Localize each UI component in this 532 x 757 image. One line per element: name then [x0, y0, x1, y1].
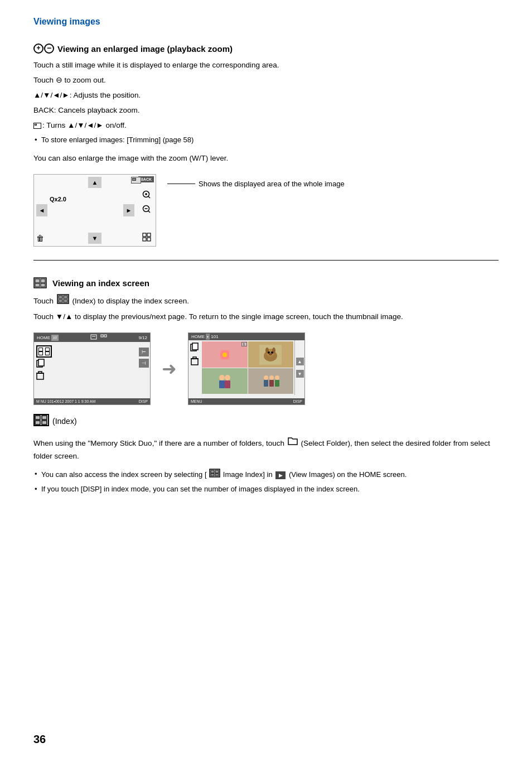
bottom-left-text: M NU 101•0012 2007 1 1 9:30 AM — [36, 399, 95, 403]
svg-rect-13 — [41, 279, 45, 283]
bullet-trimming: To store enlarged images: [Trimming] (pa… — [41, 134, 499, 146]
section-divider — [33, 260, 499, 261]
extra-text: You can also enlarge the image with the … — [33, 152, 499, 165]
svg-rect-57 — [264, 380, 268, 387]
left-screen-bottombar: M NU 101•0012 2007 1 1 9:30 AM DISP — [34, 398, 150, 404]
sidebar-down-btn: ▼ — [296, 370, 304, 378]
body-line-3: ▲/▼/◄/►: Adjusts the position. — [33, 89, 499, 102]
svg-point-51 — [219, 375, 225, 380]
svg-rect-27 — [37, 373, 43, 379]
annotation-line-container: Shows the displayed area of the whole im… — [167, 180, 345, 188]
svg-rect-14 — [35, 283, 40, 287]
copy-icon — [36, 359, 45, 369]
section2-title-text: Viewing an index screen — [52, 278, 149, 288]
topbar-left-text: HOME /// — [37, 335, 59, 340]
svg-rect-23 — [101, 335, 103, 337]
camera-screen-zoom: ▲ ▼ ◄ ► BACK — [33, 174, 156, 247]
svg-rect-29 — [38, 372, 42, 373]
svg-rect-65 — [35, 421, 40, 425]
preview-box — [131, 177, 141, 184]
right-topbar-text: HOME ▪ 101 — [191, 334, 219, 339]
topbar-right-text: 9/12 — [138, 335, 147, 340]
svg-rect-71 — [215, 474, 219, 476]
svg-rect-17 — [59, 296, 62, 298]
body-line-1: Touch a still image while it is displaye… — [33, 59, 499, 72]
delete-icon-screen: 🗑 — [36, 234, 44, 243]
zoom-minus-screen — [141, 204, 152, 215]
svg-point-58 — [269, 375, 274, 380]
svg-point-49 — [269, 353, 272, 355]
svg-rect-64 — [42, 416, 47, 420]
section-playback-zoom: + − Viewing an enlarged image (playback … — [33, 44, 499, 261]
prev-btn: ⊣ — [139, 359, 149, 368]
index-inline-icon — [57, 294, 69, 308]
up-arrow: ▲ — [88, 177, 101, 188]
section1-title: + − Viewing an enlarged image (playback … — [33, 44, 499, 54]
annotation-line — [167, 184, 195, 184]
svg-line-3 — [148, 196, 150, 198]
right-bottom-right: DISP — [293, 399, 302, 403]
svg-rect-21 — [91, 335, 96, 339]
right-screen-sidebar: ▲ ▼ — [294, 340, 304, 395]
diagram-annotation-container: Shows the displayed area of the whole im… — [167, 176, 345, 188]
left-arrow: ◄ — [36, 204, 47, 216]
left-screen-content: ⊢ ⊣ — [34, 342, 150, 391]
left-screen: HOME /// 9/12 — [33, 332, 151, 405]
index-icon-title — [33, 277, 47, 288]
trash-icon-right — [191, 356, 199, 367]
topbar-icons — [90, 334, 107, 341]
sidebar-up-btn: ▲ — [296, 358, 304, 365]
svg-rect-63 — [35, 416, 40, 420]
image-index-icon-inline — [209, 469, 220, 481]
body-line-2: Touch ⊖ to zoom out. — [33, 74, 499, 87]
svg-point-56 — [264, 375, 268, 380]
svg-point-53 — [225, 375, 230, 380]
section2-title: Viewing an index screen — [33, 277, 499, 288]
body-line-4: BACK: Cancels playback zoom. — [33, 104, 499, 117]
down-arrow: ▼ — [88, 233, 101, 244]
svg-rect-69 — [215, 470, 219, 473]
photo-flower: 1 — [202, 341, 248, 368]
photo-people2 — [248, 368, 294, 394]
bullets-container: You can also access the index screen by … — [33, 469, 499, 495]
svg-rect-31 — [192, 343, 198, 350]
bottom-right-text: DISP — [139, 399, 148, 403]
left-screen-topbar: HOME /// 9/12 — [34, 333, 150, 342]
svg-rect-19 — [59, 300, 62, 302]
index-button-large — [36, 345, 52, 358]
zoom-plus-icon: + − — [33, 44, 54, 54]
next-btn: ⊢ — [139, 348, 149, 356]
body-line-5: : Turns ▲/▼/◄/► on/off. — [33, 119, 499, 132]
svg-rect-15 — [41, 283, 45, 287]
annotation-text: Shows the displayed area of the whole im… — [199, 180, 345, 188]
svg-rect-9 — [143, 238, 146, 241]
svg-rect-7 — [143, 233, 146, 237]
svg-rect-66 — [42, 421, 47, 425]
right-bottom-left: MENU — [191, 399, 202, 403]
zoom-plus-screen — [141, 189, 152, 200]
photo-grid: 1 — [202, 341, 293, 394]
svg-rect-18 — [64, 296, 67, 298]
transition-arrow: ➜ — [162, 358, 177, 379]
photo-badge: 1 — [241, 342, 247, 346]
zoom-level-label: Qx2.0 — [50, 196, 66, 202]
svg-rect-26 — [38, 359, 44, 366]
svg-rect-20 — [64, 300, 67, 302]
right-side-buttons: ⊢ ⊣ — [139, 348, 149, 368]
svg-point-41 — [223, 353, 227, 357]
trash-icon — [36, 371, 45, 381]
left-side-icons — [36, 359, 45, 381]
topbar-icon1 — [90, 334, 97, 341]
index-label-text: (Index) — [52, 417, 77, 426]
svg-rect-68 — [211, 470, 214, 473]
copy-icon-right — [190, 343, 199, 353]
svg-rect-32 — [191, 359, 198, 365]
svg-rect-54 — [225, 380, 230, 388]
svg-line-6 — [148, 211, 150, 213]
right-screen-content: 1 — [188, 340, 304, 395]
svg-rect-59 — [269, 380, 274, 387]
right-screen: HOME ▪ 101 — [188, 332, 305, 405]
view-images-icon-inline: ▶ — [275, 471, 286, 479]
svg-rect-8 — [147, 233, 151, 237]
svg-rect-10 — [147, 238, 151, 241]
